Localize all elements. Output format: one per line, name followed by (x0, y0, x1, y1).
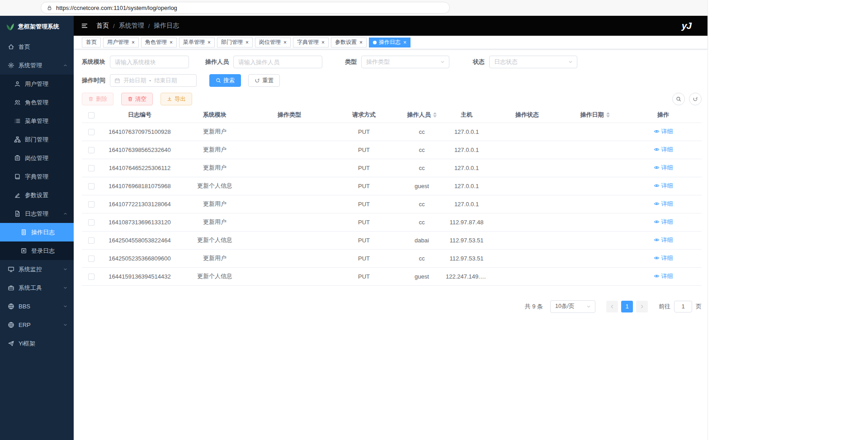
sort-icon[interactable] (433, 112, 437, 118)
table-tools (672, 93, 702, 105)
sidebar-item-operlog[interactable]: 操作日志 (0, 223, 74, 241)
close-tab-icon[interactable]: × (321, 39, 325, 46)
detail-link[interactable]: 详细 (654, 146, 673, 154)
app-logo[interactable]: yJ (682, 20, 691, 31)
refresh-table-button[interactable] (689, 93, 702, 105)
show-search-button[interactable] (672, 93, 685, 105)
cell-status (489, 231, 565, 249)
cell-operator: cc (400, 141, 444, 159)
sidebar-item-log[interactable]: 日志管理 (0, 204, 74, 223)
eye-icon (654, 128, 660, 134)
close-tab-icon[interactable]: × (283, 39, 287, 46)
breadcrumb-item[interactable]: 系统管理 (119, 22, 144, 30)
page-1-button[interactable]: 1 (621, 301, 633, 312)
row-checkbox[interactable] (88, 201, 94, 208)
sidebar-item-bbs[interactable]: BBS (0, 297, 74, 316)
next-page-button[interactable] (636, 301, 648, 312)
search-button[interactable]: 搜索 (209, 74, 241, 87)
prev-page-button[interactable] (606, 301, 618, 312)
row-checkbox[interactable] (88, 129, 94, 135)
delete-button[interactable]: 删除 (82, 93, 113, 105)
row-checkbox[interactable] (88, 255, 94, 262)
close-tab-icon[interactable]: × (359, 39, 363, 46)
detail-link[interactable]: 详细 (654, 182, 673, 190)
close-tab-icon[interactable]: × (208, 39, 211, 46)
cell-log-id: 1641076968181075968 (100, 177, 179, 195)
breadcrumb-item[interactable]: 操作日志 (154, 22, 179, 30)
select-all-checkbox[interactable] (88, 112, 94, 118)
detail-link[interactable]: 详细 (654, 164, 673, 172)
sidebar-item-menu[interactable]: 菜单管理 (0, 112, 74, 130)
tab-operlog[interactable]: 操作日志× (369, 38, 410, 47)
row-checkbox[interactable] (88, 237, 94, 244)
cell-type (250, 195, 328, 213)
tab-dict[interactable]: 字典管理× (293, 38, 329, 47)
close-tab-icon[interactable]: × (170, 39, 173, 46)
tab-role[interactable]: 角色管理× (141, 38, 177, 47)
column-header[interactable]: 操作日期 (565, 107, 625, 123)
sidebar-item-user[interactable]: 用户管理 (0, 75, 74, 93)
column-header: 主机 (444, 107, 489, 123)
tab-user[interactable]: 用户管理× (103, 38, 139, 47)
sidebar-item-system[interactable]: 系统管理 (0, 56, 74, 75)
brand-title: 意框架管理系统 (18, 23, 59, 31)
tab-config[interactable]: 参数设置× (331, 38, 367, 47)
sidebar-item-home[interactable]: 首页 (0, 38, 74, 56)
sidebar-item-monitor[interactable]: 系统监控 (0, 260, 74, 279)
tab-home[interactable]: 首页 (82, 38, 101, 47)
sidebar-item-dict[interactable]: 字典管理 (0, 167, 74, 186)
tab-post[interactable]: 岗位管理× (255, 38, 291, 47)
row-checkbox[interactable] (88, 274, 94, 280)
page-size-select[interactable]: 10条/页 (550, 300, 595, 313)
date-range-picker[interactable]: 开始日期 - 结束日期 (110, 74, 197, 87)
breadcrumb-item[interactable]: 首页 (96, 22, 109, 30)
detail-link[interactable]: 详细 (654, 218, 673, 226)
app-brand[interactable]: 意框架管理系统 (0, 16, 74, 38)
sidebar-item-yiframe[interactable]: Yi框架 (0, 334, 74, 353)
module-input[interactable] (110, 56, 189, 68)
type-select[interactable]: 操作类型 (361, 56, 449, 68)
gear-icon (8, 62, 14, 69)
cell-status (489, 267, 565, 285)
detail-link[interactable]: 详细 (654, 272, 673, 280)
clear-button[interactable]: 清空 (121, 93, 153, 105)
goto-label: 前往 (659, 303, 670, 311)
detail-link[interactable]: 详细 (654, 254, 673, 262)
sidebar-item-config[interactable]: 参数设置 (0, 186, 74, 204)
close-tab-icon[interactable]: × (403, 39, 406, 46)
cell-host: 122.247.149.2... (444, 267, 489, 285)
eye-icon (654, 165, 660, 170)
filter-row-2: 操作时间 开始日期 - 结束日期 搜索 重置 (82, 74, 702, 87)
url-text[interactable]: https://ccnetcore.com:1101/system/log/op… (56, 5, 177, 11)
tab-menu[interactable]: 菜单管理× (179, 38, 215, 47)
row-checkbox[interactable] (88, 219, 94, 226)
cell-date (565, 249, 625, 267)
reset-button[interactable]: 重置 (248, 74, 280, 87)
column-header[interactable]: 操作人员 (400, 107, 444, 123)
operator-input[interactable] (233, 56, 322, 68)
address-bar[interactable]: https://ccnetcore.com:1101/system/log/op… (41, 2, 450, 14)
sidebar-item-role[interactable]: 角色管理 (0, 93, 74, 112)
close-tab-icon[interactable]: × (132, 39, 135, 46)
table-row: 1642504558053822464 更新个人信息 PUT dabai 112… (82, 231, 702, 249)
sidebar-item-tool[interactable]: 系统工具 (0, 279, 74, 297)
detail-link[interactable]: 详细 (654, 128, 673, 136)
cell-date (565, 123, 625, 141)
sidebar-item-erp[interactable]: ERP (0, 316, 74, 334)
row-checkbox[interactable] (88, 147, 94, 153)
close-tab-icon[interactable]: × (245, 39, 249, 46)
sort-icon[interactable] (606, 112, 610, 118)
row-checkbox[interactable] (88, 165, 94, 171)
eye-icon (654, 219, 660, 225)
sidebar-item-post[interactable]: 岗位管理 (0, 149, 74, 167)
status-select[interactable]: 日志状态 (489, 56, 577, 68)
detail-link[interactable]: 详细 (654, 200, 673, 208)
row-checkbox[interactable] (88, 183, 94, 189)
detail-link[interactable]: 详细 (654, 236, 673, 244)
sidebar-item-loginlog[interactable]: 登录日志 (0, 241, 74, 260)
goto-page-input[interactable] (674, 301, 692, 312)
sidebar-item-dept[interactable]: 部门管理 (0, 130, 74, 149)
hamburger-icon[interactable] (81, 22, 88, 29)
tab-dept[interactable]: 部门管理× (217, 38, 253, 47)
export-button[interactable]: 导出 (160, 93, 192, 105)
